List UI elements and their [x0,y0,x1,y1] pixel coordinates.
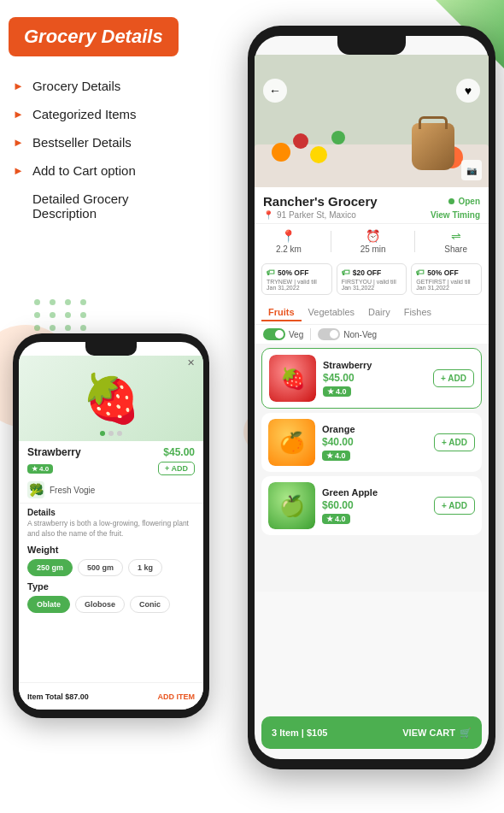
share-label: Share [444,244,467,254]
veg-label: Veg [289,330,303,339]
tab-fruits[interactable]: Fruits [261,304,302,321]
menu-item-description[interactable]: Detailed GroceryDescription [13,185,214,227]
coupon-1[interactable]: 🏷 50% OFF TRYNEW | valid till Jan 31,202… [261,263,332,295]
time-value: 25 min [360,244,386,254]
chevron-icon: ► [13,136,24,149]
nonveg-toggle-switch[interactable] [318,328,340,340]
product-card-orange[interactable]: 🍊 Orange $40.00 ★ 4.0 + ADD [261,413,482,472]
view-timing-link[interactable]: View Timing [431,210,480,220]
pl-bottom-bar: Item Total $87.00 ADD ITEM [19,682,203,710]
pl-details-text: A strawberry is both a low-growing, flow… [27,519,195,539]
gallery-button[interactable]: 📷 [461,160,482,180]
banner-title: Grocery Details [24,26,163,47]
product-name-orange: Orange [322,424,427,434]
pl-weight-section: Weight 250 gm 500 gm 1 kg [19,541,203,578]
hero-image [255,55,489,187]
add-to-cart-apple[interactable]: + ADD [434,497,475,515]
hero-strawberry-icon: 🍓 [82,371,141,427]
product-info-strawberry: Strawberry $45.00 ★ 4.0 [323,360,426,397]
location-pin-icon: 📍 [281,229,296,243]
type-chip-oblate[interactable]: Oblate [27,596,70,613]
pl-add-item-button[interactable]: ADD ITEM [158,692,196,701]
pl-rating-value: 4.0 [39,465,49,473]
menu-item-categorized[interactable]: ► Categorized Items [13,100,214,128]
pl-type-section: Type Oblate Globose Conic [19,578,203,615]
cart-info: 3 Item | $105 [272,728,327,738]
coupon-icon-1: 🏷 [267,268,275,277]
stats-section: 📍 2.2 km ⏰ 25 min ⇌ Share [255,223,489,259]
stat-divider [331,231,331,252]
cart-bar[interactable]: 3 Item | $105 VIEW CART 🛒 [261,716,482,749]
dot-active [100,431,105,436]
pl-weight-chips: 250 gm 500 gm 1 kg [27,559,195,576]
tab-dairy[interactable]: Dairy [361,304,397,321]
coupon-2[interactable]: 🏷 $20 OFF FIRSTYOU | valid till Jan 31,2… [337,263,407,295]
product-image-orange: 🍊 [268,419,315,466]
weight-chip-500[interactable]: 500 gm [78,559,123,576]
product-rating-orange: ★ 4.0 [322,451,350,461]
pl-add-button[interactable]: + ADD [158,462,195,475]
pl-item-total: Item Total $87.00 [27,692,89,701]
open-dot-icon [448,198,454,204]
product-card-strawberry[interactable]: 🍓 Strawberry $45.00 ★ 4.0 + ADD [261,348,482,409]
open-badge: Open [448,197,480,206]
chevron-icon: ► [13,108,24,121]
stat-distance: 📍 2.2 km [276,229,302,254]
favorite-button[interactable]: ♥ [456,79,480,103]
tab-vegetables[interactable]: Vegetables [302,304,361,321]
menu-item-label: Categorized Items [32,107,137,121]
view-cart-button[interactable]: VIEW CART 🛒 [402,728,472,739]
menu-item-bestseller[interactable]: ► Bestseller Details [13,128,214,156]
close-button[interactable]: ✕ [187,357,195,368]
pl-type-title: Type [27,581,195,592]
menu-item-cart[interactable]: ► Add to Cart option [13,156,214,185]
coupon-icon-2: 🏷 [342,268,350,277]
dot-1 [108,431,114,436]
coupon-3[interactable]: 🏷 50% OFF GETFIRST | valid till Jan 31,2… [411,263,482,295]
stat-share[interactable]: ⇌ Share [444,229,467,254]
type-chip-globose[interactable]: Globose [75,596,125,613]
pl-weight-title: Weight [27,545,195,555]
share-icon: ⇌ [451,229,461,243]
pl-product-name: Strawberry [27,446,81,458]
product-info-apple: Green Apple $60.00 ★ 4.0 [322,487,427,524]
rating-value-strawberry: 4.0 [336,387,347,396]
add-to-cart-strawberry[interactable]: + ADD [433,369,474,387]
veg-toggle[interactable]: Veg [263,328,303,340]
clock-icon: ⏰ [366,229,380,243]
product-card-apple[interactable]: 🍏 Green Apple $60.00 ★ 4.0 + ADD [261,476,482,535]
add-to-cart-orange[interactable]: + ADD [434,433,475,451]
pl-product-price: $45.00 [163,446,195,458]
back-button[interactable]: ← [263,79,287,103]
product-name-strawberry: Strawberry [323,360,426,370]
pl-rating: ★ 4.0 [27,464,53,474]
type-chip-conic[interactable]: Conic [130,596,170,613]
coupon-icon-3: 🏷 [416,268,425,277]
pl-star-icon: ★ [32,465,38,473]
coupon-1-title: 50% OFF [278,268,308,277]
tab-fishes[interactable]: Fishes [397,304,438,321]
menu-item-label: Add to Cart option [32,163,136,178]
pl-category-icon: 🥦 [27,481,44,498]
weight-chip-250[interactable]: 250 gm [27,559,73,576]
hero-section: ← ♥ 📷 [255,55,489,187]
weight-chip-1kg[interactable]: 1 kg [128,559,162,576]
dot-2 [117,431,122,436]
menu-item-label: Grocery Details [32,79,120,93]
coupon-2-title: $20 OFF [353,268,382,277]
store-name: Rancher's Grocery [263,194,378,209]
chevron-icon: ► [13,164,24,177]
nonveg-toggle[interactable]: Non-Veg [318,328,377,340]
nonveg-label: Non-Veg [343,330,377,339]
store-info-section: Rancher's Grocery Open 📍 91 Parker St, M… [255,187,489,223]
rating-value-apple: 4.0 [335,515,346,523]
product-info-orange: Orange $40.00 ★ 4.0 [322,424,427,461]
coupon-3-title: 50% OFF [427,268,458,277]
veg-toggle-switch[interactable] [263,328,285,340]
menu-item-grocery[interactable]: ► Grocery Details [13,72,214,100]
pl-details-title: Details [27,508,195,517]
menu-list: ► Grocery Details ► Categorized Items ► … [13,72,214,227]
star-icon: ★ [326,515,333,523]
product-hero-left: 🍓 [19,356,203,441]
view-cart-label: VIEW CART [402,728,455,738]
